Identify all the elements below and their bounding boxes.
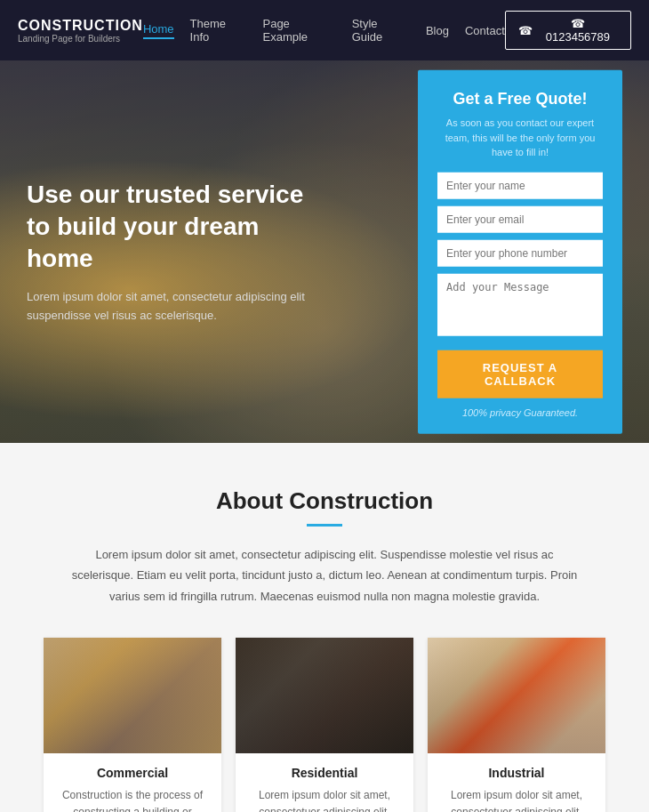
name-input[interactable] xyxy=(437,172,603,198)
callback-button-label: REQUEST A CALLBACK xyxy=(483,360,557,387)
card-industrial-text: Lorem ipsum dolor sit amet, consectetuer… xyxy=(440,787,593,812)
quote-form-description: As soon as you contact our expert team, … xyxy=(437,116,603,160)
quote-form: Get a Free Quote! As soon as you contact… xyxy=(418,70,622,434)
hero-content: Use our trusted service to build your dr… xyxy=(0,179,356,326)
cards-grid: Commercial Construction is the process o… xyxy=(27,638,622,812)
card-commercial-body: Commercial Construction is the process o… xyxy=(44,753,221,812)
nav-contact[interactable]: Contact xyxy=(465,24,505,37)
quote-form-title: Get a Free Quote! xyxy=(437,90,603,109)
about-section: About Construction Lorem ipsum dolor sit… xyxy=(0,443,649,812)
card-industrial: Industrial Lorem ipsum dolor sit amet, c… xyxy=(428,638,605,812)
card-residential-text: Lorem ipsum dolor sit amet, consectetuer… xyxy=(248,787,401,812)
nav-theme-info[interactable]: Theme Info xyxy=(190,17,247,44)
card-commercial-title: Commercial xyxy=(56,766,209,780)
email-input[interactable] xyxy=(437,205,603,232)
card-commercial-text: Construction is the process of construct… xyxy=(56,787,209,812)
site-header: CONSTRUCTION Landing Page for Builders H… xyxy=(0,0,649,60)
hero-title: Use our trusted service to build your dr… xyxy=(27,179,329,276)
message-input[interactable] xyxy=(437,273,603,335)
nav-page-example[interactable]: Page Example xyxy=(262,17,335,44)
nav-style-guide[interactable]: Style Guide xyxy=(352,17,410,44)
nav-blog[interactable]: Blog xyxy=(426,24,449,37)
card-industrial-body: Industrial Lorem ipsum dolor sit amet, c… xyxy=(428,753,605,812)
card-residential-image xyxy=(236,638,413,753)
card-commercial: Commercial Construction is the process o… xyxy=(44,638,221,812)
callback-button[interactable]: REQUEST A CALLBACK xyxy=(437,350,603,398)
hero-description: Lorem ipsum dolor sit amet, consectetur … xyxy=(27,288,329,326)
logo-title: CONSTRUCTION xyxy=(18,18,143,34)
phone-input[interactable] xyxy=(437,239,603,266)
about-divider xyxy=(307,524,342,527)
quote-form-wrapper: Get a Free Quote! As soon as you contact… xyxy=(418,70,622,434)
card-residential: Residential Lorem ipsum dolor sit amet, … xyxy=(236,638,413,812)
logo: CONSTRUCTION Landing Page for Builders xyxy=(18,18,143,44)
nav-home[interactable]: Home xyxy=(143,22,174,39)
card-industrial-image xyxy=(428,638,605,753)
card-industrial-title: Industrial xyxy=(440,766,593,780)
about-description: Lorem ipsum dolor sit amet, consectetur … xyxy=(67,544,582,607)
card-residential-body: Residential Lorem ipsum dolor sit amet, … xyxy=(236,753,413,812)
card-commercial-image xyxy=(44,638,221,753)
privacy-text: 100% privacy Guaranteed. xyxy=(437,406,603,417)
phone-button[interactable]: ☎ ☎ 0123456789 xyxy=(505,11,631,50)
about-title: About Construction xyxy=(27,487,622,515)
logo-subtitle: Landing Page for Builders xyxy=(18,34,143,44)
hero-section: Use our trusted service to build your dr… xyxy=(0,60,649,443)
phone-number: ☎ 0123456789 xyxy=(538,17,618,44)
phone-icon: ☎ xyxy=(518,24,533,37)
main-nav: Home Theme Info Page Example Style Guide… xyxy=(143,17,505,44)
card-residential-title: Residential xyxy=(248,766,401,780)
